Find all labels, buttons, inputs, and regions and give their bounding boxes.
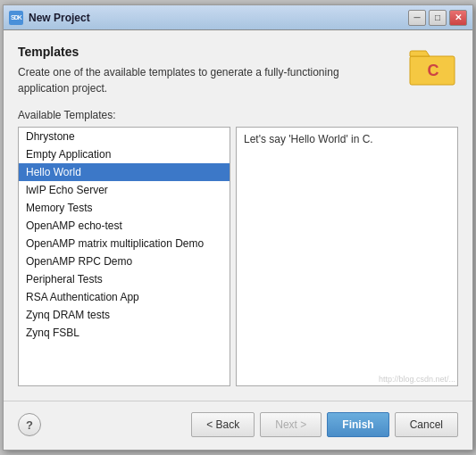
list-item[interactable]: OpenAMP matrix multiplication Demo	[19, 235, 230, 252]
window-title: New Project	[29, 12, 408, 24]
description-text: Let's say 'Hello World' in C.	[244, 133, 373, 145]
list-item[interactable]: Memory Tests	[19, 199, 230, 217]
header-icon: C	[408, 45, 458, 87]
list-item[interactable]: OpenAMP echo-test	[19, 217, 230, 235]
list-item[interactable]: RSA Authentication App	[19, 288, 230, 306]
finish-button[interactable]: Finish	[327, 412, 388, 437]
header-text: Templates Create one of the available te…	[18, 45, 408, 96]
title-bar: SDK New Project ─ □ ✕	[4, 5, 472, 30]
section-description: Create one of the available templates to…	[18, 64, 357, 96]
list-item[interactable]: Zynq DRAM tests	[19, 306, 230, 324]
header-section: Templates Create one of the available te…	[18, 45, 458, 96]
window-controls: ─ □ ✕	[408, 10, 467, 26]
list-item[interactable]: Hello World	[19, 163, 230, 181]
close-button[interactable]: ✕	[449, 10, 467, 26]
back-button[interactable]: < Back	[191, 412, 255, 437]
available-templates-label: Available Templates:	[18, 109, 458, 121]
window-icon: SDK	[9, 11, 23, 25]
window-content: Templates Create one of the available te…	[4, 30, 472, 401]
list-item[interactable]: Empty Application	[19, 145, 230, 163]
svg-text:C: C	[428, 62, 439, 79]
cancel-button[interactable]: Cancel	[395, 412, 458, 437]
button-bar: ? < Back Next > Finish Cancel	[4, 401, 472, 450]
new-project-dialog: SDK New Project ─ □ ✕ Templates Create o…	[3, 4, 473, 451]
list-item[interactable]: lwIP Echo Server	[19, 181, 230, 199]
template-list[interactable]: DhrystoneEmpty ApplicationHello WorldlwI…	[18, 127, 230, 386]
minimize-button[interactable]: ─	[408, 10, 426, 26]
list-item[interactable]: Zynq FSBL	[19, 324, 230, 342]
list-item[interactable]: Dhrystone	[19, 128, 230, 145]
list-item[interactable]: Peripheral Tests	[19, 270, 230, 288]
next-button[interactable]: Next >	[260, 412, 322, 437]
panels-container: DhrystoneEmpty ApplicationHello WorldlwI…	[18, 127, 458, 386]
list-item[interactable]: OpenAMP RPC Demo	[19, 252, 230, 270]
section-title: Templates	[18, 45, 408, 59]
help-button[interactable]: ?	[18, 413, 41, 436]
folder-icon: C	[408, 44, 458, 89]
watermark: http://blog.csdn.net/...	[379, 375, 455, 384]
maximize-button[interactable]: □	[429, 10, 447, 26]
description-panel: Let's say 'Hello World' in C. http://blo…	[236, 127, 458, 386]
